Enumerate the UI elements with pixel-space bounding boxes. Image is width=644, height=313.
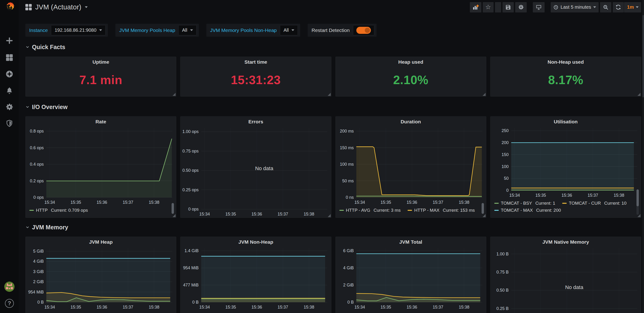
svg-text:15:38: 15:38 bbox=[459, 200, 469, 205]
time-range-button[interactable]: Last 5 minutes bbox=[551, 2, 599, 12]
share-button[interactable] bbox=[495, 2, 501, 12]
chart-plot[interactable]: 0 B2 GiB4 GiB6 GiB15:3415:3515:3615:3715… bbox=[336, 246, 486, 311]
add-panel-button[interactable] bbox=[470, 2, 481, 12]
panel-title[interactable]: Non-Heap used bbox=[490, 57, 641, 66]
legend-scrollbar[interactable] bbox=[172, 203, 174, 214]
section-quick-facts[interactable]: Quick Facts bbox=[26, 43, 641, 51]
help-icon[interactable]: ? bbox=[5, 299, 14, 308]
grafana-logo[interactable] bbox=[4, 2, 15, 13]
star-button[interactable]: ☆ bbox=[483, 2, 494, 12]
variable-heap-pools: JVM Memory Pools Heap All bbox=[116, 24, 198, 37]
alerting-bell-icon[interactable] bbox=[5, 86, 14, 95]
user-avatar[interactable] bbox=[4, 282, 14, 292]
svg-text:1.00 ops: 1.00 ops bbox=[182, 129, 198, 134]
zoom-out-button[interactable] bbox=[600, 2, 611, 12]
legend-item[interactable]: TOMCAT - CURCurrent: 10 bbox=[562, 200, 626, 207]
svg-text:0.25 B: 0.25 B bbox=[496, 306, 508, 311]
dashboard-title[interactable]: JVM (Actuator) bbox=[35, 3, 81, 11]
dashboard-grid-icon[interactable] bbox=[26, 4, 32, 10]
chart-plot[interactable]: 05010015020025015:3415:3515:3615:3715:38 bbox=[490, 126, 641, 199]
panel-title[interactable]: Errors bbox=[180, 116, 331, 126]
stat-value: 2.10% bbox=[336, 66, 486, 96]
panel-resize-handle[interactable] bbox=[482, 93, 486, 96]
dashboards-icon[interactable] bbox=[5, 53, 14, 62]
legend-series-current: Current: 1 bbox=[536, 200, 555, 207]
io-overview-row: Rate0 ops0.2 ops0.4 ops0.6 ops0.8 ops15:… bbox=[26, 116, 641, 218]
section-jvm-memory[interactable]: JVM Memory bbox=[26, 223, 641, 232]
panel-resize-handle[interactable] bbox=[482, 214, 486, 217]
zoom-out-icon bbox=[603, 4, 609, 10]
variable-instance-dropdown[interactable]: 192.168.86.21:9080 bbox=[51, 25, 106, 35]
panel-resize-handle[interactable] bbox=[638, 214, 640, 217]
cycle-view-button[interactable] bbox=[533, 2, 544, 12]
panel-resize-handle[interactable] bbox=[172, 214, 176, 217]
svg-text:200: 200 bbox=[502, 140, 508, 145]
panel-title[interactable]: JVM Non-Heap bbox=[180, 237, 331, 246]
panel-title[interactable]: Rate bbox=[26, 116, 176, 126]
chart-plot[interactable]: 0 ns50 ms100 ms150 ms200 ms15:3415:3515:… bbox=[336, 126, 486, 206]
legend-item[interactable]: HTTP - MAXCurrent: 153 ms bbox=[408, 207, 475, 214]
svg-text:0 B: 0 B bbox=[348, 300, 354, 304]
navbar: JVM (Actuator) ☆ bbox=[26, 0, 641, 14]
legend-series-name: TOMCAT - BSY bbox=[501, 200, 532, 207]
legend-series-current: Current: 200 bbox=[536, 207, 561, 214]
legend-scrollbar[interactable] bbox=[636, 190, 639, 215]
legend-item[interactable]: TOMCAT - MAXCurrent: 200 bbox=[494, 207, 561, 214]
chart-plot[interactable]: 0 B477 MiB954 MiB1.4 GiB15:3415:3515:361… bbox=[180, 246, 331, 311]
variable-nonheap-dropdown[interactable]: All bbox=[280, 25, 298, 35]
chart-panel: JVM Heap0 B954 MiB2 GiB3 GiB4 GiB5 GiB15… bbox=[26, 237, 176, 313]
refresh-button[interactable] bbox=[613, 2, 624, 12]
chart-plot[interactable]: 0 B954 MiB2 GiB3 GiB4 GiB5 GiB15:3415:35… bbox=[26, 246, 176, 311]
panel-title[interactable]: Utilisation bbox=[490, 116, 641, 126]
panel-title[interactable]: JVM Total bbox=[336, 237, 486, 246]
variable-instance-value: 192.168.86.21:9080 bbox=[54, 28, 96, 33]
chart-panel: Errors0 ops0.25 ops0.50 ops0.75 ops1.00 … bbox=[180, 116, 331, 218]
svg-text:4 GiB: 4 GiB bbox=[33, 259, 44, 264]
legend-item[interactable]: HTTPCurrent: 0.709 ops bbox=[30, 207, 88, 214]
panel-resize-handle[interactable] bbox=[172, 93, 176, 96]
refresh-interval-button[interactable]: 1m bbox=[624, 2, 641, 12]
legend-item[interactable]: HTTP - AVGCurrent: 3 ms bbox=[340, 207, 401, 214]
panel-title[interactable]: JVM Native Memory bbox=[490, 237, 641, 246]
panel-resize-handle[interactable] bbox=[328, 214, 331, 217]
panel-resize-handle[interactable] bbox=[328, 93, 331, 96]
svg-text:15:36: 15:36 bbox=[96, 200, 107, 205]
section-io-overview[interactable]: I/O Overview bbox=[26, 103, 641, 111]
variable-nonheap-value: All bbox=[284, 28, 288, 33]
svg-text:15:34: 15:34 bbox=[354, 200, 365, 205]
settings-button[interactable] bbox=[515, 2, 527, 12]
chart-plot[interactable]: 0 ops0.2 ops0.4 ops0.6 ops0.8 ops15:3415… bbox=[26, 126, 176, 206]
save-button[interactable] bbox=[502, 2, 514, 12]
restart-detection-toggle[interactable] bbox=[353, 25, 374, 35]
create-plus-icon[interactable] bbox=[5, 36, 14, 45]
page-scrollbar[interactable] bbox=[642, 0, 644, 313]
panel-resize-handle[interactable] bbox=[638, 93, 640, 96]
configuration-gear-icon[interactable] bbox=[5, 102, 14, 112]
chevron-down-icon bbox=[26, 105, 30, 109]
panel-title[interactable]: JVM Heap bbox=[26, 237, 176, 246]
legend-series-swatch bbox=[562, 203, 567, 204]
panel-title[interactable]: Uptime bbox=[26, 57, 176, 66]
legend-series-current: Current: 10 bbox=[604, 200, 626, 207]
svg-text:1.4 GiB: 1.4 GiB bbox=[184, 248, 198, 253]
legend-series-current: Current: 153 ms bbox=[443, 207, 475, 214]
panel-title[interactable]: Start time bbox=[180, 57, 331, 66]
explore-compass-icon[interactable] bbox=[5, 69, 14, 79]
legend-item[interactable]: TOMCAT - BSYCurrent: 1 bbox=[494, 200, 556, 207]
save-icon bbox=[505, 4, 511, 10]
panel-title[interactable]: Duration bbox=[336, 116, 486, 126]
legend-scrollbar[interactable] bbox=[482, 203, 484, 214]
svg-text:0.75 B: 0.75 B bbox=[496, 270, 508, 274]
chart-plot[interactable]: 0 ops0.25 ops0.50 ops0.75 ops1.00 ops15:… bbox=[180, 126, 331, 218]
variable-heap-dropdown[interactable]: All bbox=[178, 25, 196, 35]
legend-series-swatch bbox=[30, 210, 34, 211]
svg-text:15:38: 15:38 bbox=[304, 212, 314, 216]
svg-text:15:35: 15:35 bbox=[380, 200, 391, 205]
svg-text:0 B: 0 B bbox=[37, 300, 44, 304]
time-range-label: Last 5 minutes bbox=[560, 4, 591, 10]
chevron-down-icon bbox=[26, 45, 30, 49]
panel-title[interactable]: Heap used bbox=[336, 57, 486, 66]
chevron-down-icon[interactable] bbox=[85, 6, 88, 8]
chart-plot[interactable]: 0.25 B0.50 B0.75 B1.00 B15:3415:3515:361… bbox=[490, 246, 641, 313]
server-admin-shield-icon[interactable] bbox=[5, 119, 14, 128]
